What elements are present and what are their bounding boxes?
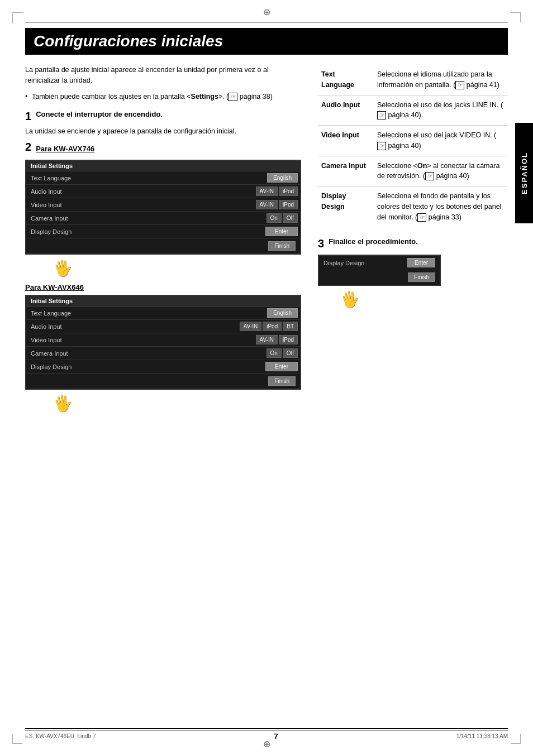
panel-row-video-646: Video Input AV-IN iPod bbox=[26, 333, 300, 347]
value-ipod[interactable]: iPod bbox=[279, 186, 298, 196]
step1-title: Conecte el interruptor de encendido. bbox=[36, 109, 163, 119]
row-values: AV-IN iPod bbox=[88, 198, 300, 211]
panel-row-camera-646: Camera Input On Off bbox=[26, 347, 300, 360]
step1-number: 1 bbox=[25, 109, 31, 123]
panel-row-display-646: Display Design Enter bbox=[26, 360, 300, 374]
page-content: Configuraciones iniciales La pantalla de… bbox=[25, 28, 508, 728]
mini-finish-panel: Display Design Enter Finish bbox=[318, 255, 441, 286]
row-values: AV-IN iPod BT bbox=[88, 320, 300, 333]
mini-panel-label: Display Design bbox=[323, 260, 407, 266]
row-values: On Off bbox=[88, 347, 300, 360]
value-english[interactable]: English bbox=[267, 308, 298, 318]
right-column: TextLanguage Selecciona el idioma utiliz… bbox=[318, 65, 508, 413]
step3-header: 3 Finalice el procedimiento. bbox=[318, 237, 508, 250]
settings-description-table: TextLanguage Selecciona el idioma utiliz… bbox=[318, 65, 508, 227]
crop-line bbox=[12, 12, 13, 22]
step1-desc: La unidad se enciende y aparece la panta… bbox=[25, 126, 301, 137]
left-column: La pantalla de ajuste inicial aparece al… bbox=[25, 65, 301, 413]
value-avin[interactable]: AV-IN bbox=[240, 322, 261, 331]
value-enter[interactable]: Enter bbox=[265, 227, 298, 236]
crop-line bbox=[520, 734, 521, 744]
panel-row-camera: Camera Input On Off bbox=[26, 212, 300, 225]
crop-line bbox=[12, 734, 13, 744]
crop-line bbox=[12, 12, 22, 13]
value-english[interactable]: English bbox=[267, 173, 298, 183]
table-row-audio-input: Audio Input Selecciona el uso de los jac… bbox=[318, 95, 508, 126]
value-ipod[interactable]: iPod bbox=[263, 322, 282, 331]
table-row-display-design: DisplayDesign Selecciona el fondo de pan… bbox=[318, 186, 508, 227]
crop-mark-top: ⊕ bbox=[263, 7, 270, 17]
step2-kw746-heading: Para KW-AVX746 bbox=[36, 145, 94, 153]
row-values: English bbox=[88, 307, 300, 319]
value-ipod[interactable]: iPod bbox=[279, 200, 298, 209]
panel-row-display: Display Design Enter bbox=[26, 225, 300, 238]
value-ipod[interactable]: iPod bbox=[279, 335, 298, 344]
term-audio-input: Audio Input bbox=[318, 95, 374, 126]
value-avin[interactable]: AV-IN bbox=[256, 335, 278, 344]
row-values: Enter bbox=[88, 360, 300, 373]
value-on[interactable]: On bbox=[266, 213, 282, 223]
value-bt[interactable]: BT bbox=[283, 322, 298, 331]
panel-746-title: Initial Settings bbox=[26, 161, 300, 171]
title-bar: Configuraciones iniciales bbox=[25, 28, 508, 55]
table-row-camera-input: Camera Input Seleccione <On> al conectar… bbox=[318, 156, 508, 186]
hand-icon-646: 🖐 bbox=[53, 394, 301, 413]
page-title: Configuraciones iniciales bbox=[34, 32, 499, 50]
step1-header: 1 Conecte el interruptor de encendido. bbox=[25, 109, 301, 123]
row-values: AV-IN iPod bbox=[88, 333, 300, 346]
row-label: Audio Input bbox=[26, 322, 88, 332]
finish-row-746: Finish bbox=[26, 238, 300, 253]
panel-646-title: Initial Settings bbox=[26, 296, 300, 307]
crop-line bbox=[511, 12, 521, 13]
mini-finish-row: Finish bbox=[319, 270, 440, 285]
row-label: Text Language bbox=[26, 308, 88, 318]
panel-row-audio: Audio Input AV-IN iPod bbox=[26, 185, 300, 198]
row-label: Camera Input bbox=[26, 213, 88, 223]
value-enter[interactable]: Enter bbox=[265, 362, 298, 371]
value-avin[interactable]: AV-IN bbox=[256, 186, 278, 196]
hand-icon-step3: 🖐 bbox=[340, 290, 508, 309]
intro-paragraph: La pantalla de ajuste inicial aparece al… bbox=[25, 65, 301, 86]
row-values: Enter bbox=[88, 225, 300, 238]
value-avin[interactable]: AV-IN bbox=[256, 200, 278, 209]
page-number: 7 bbox=[274, 732, 278, 740]
panel-row-video: Video Input AV-IN iPod bbox=[26, 198, 300, 212]
row-label: Camera Input bbox=[26, 348, 88, 358]
crop-line bbox=[520, 12, 521, 22]
hand-icon-746: 🖐 bbox=[53, 259, 301, 277]
footer-date: 1/14/11 11:38:13 AM bbox=[456, 733, 508, 739]
mini-panel-enter[interactable]: Enter bbox=[407, 258, 435, 267]
desc-display-design: Selecciona el fondo de pantalla y los co… bbox=[374, 186, 508, 227]
crop-line bbox=[511, 743, 521, 744]
step3-section: 3 Finalice el procedimiento. Display Des… bbox=[318, 237, 508, 309]
finish-button-646[interactable]: Finish bbox=[268, 376, 296, 386]
step3-number: 3 bbox=[318, 237, 324, 250]
bullet-settings: También puede cambiar los ajustes en la … bbox=[25, 92, 301, 102]
two-column-layout: La pantalla de ajuste inicial aparece al… bbox=[25, 65, 508, 413]
mini-finish-button[interactable]: Finish bbox=[408, 272, 435, 282]
panel-kw746: Initial Settings Text Language English A… bbox=[25, 160, 301, 255]
row-label: Text Language bbox=[26, 173, 88, 183]
finish-button-746[interactable]: Finish bbox=[268, 241, 296, 251]
row-values: On Off bbox=[88, 212, 300, 224]
value-on[interactable]: On bbox=[266, 348, 282, 358]
row-label: Video Input bbox=[26, 200, 88, 210]
table-row-text-language: TextLanguage Selecciona el idioma utiliz… bbox=[318, 65, 508, 95]
term-text-language: TextLanguage bbox=[318, 65, 374, 95]
desc-camera-input: Seleccione <On> al conectar la cámara de… bbox=[374, 156, 508, 186]
panel-kw646: Initial Settings Text Language English A… bbox=[25, 295, 301, 390]
page-footer: ES_KW-AVX746EU_f.indb 7 7 1/14/11 11:38:… bbox=[25, 728, 508, 740]
crop-line bbox=[12, 743, 22, 744]
value-off[interactable]: Off bbox=[283, 348, 298, 358]
mini-panel-row: Display Design Enter bbox=[319, 256, 440, 270]
row-label: Audio Input bbox=[26, 186, 88, 197]
panel-row-text-lang: Text Language English bbox=[26, 171, 300, 185]
row-label: Video Input bbox=[26, 335, 88, 345]
value-off[interactable]: Off bbox=[283, 213, 298, 223]
term-camera-input: Camera Input bbox=[318, 156, 374, 186]
row-label: Display Design bbox=[26, 362, 88, 372]
row-values: English bbox=[88, 171, 300, 184]
sidebar-language-label: ESPAÑOL bbox=[515, 123, 533, 223]
kw646-heading: Para KW-AVX646 bbox=[25, 283, 301, 291]
panel-row-audio-646: Audio Input AV-IN iPod BT bbox=[26, 320, 300, 333]
